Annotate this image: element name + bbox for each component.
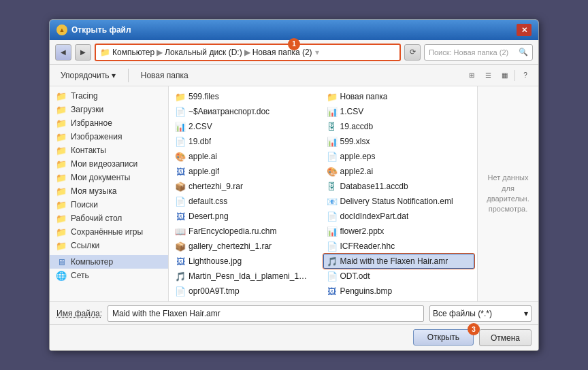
file-item[interactable]: 📄apple.eps bbox=[323, 149, 475, 164]
file-item[interactable]: 📄ODT.odt bbox=[323, 269, 475, 284]
search-icon[interactable]: 🔍 bbox=[519, 48, 528, 56]
filetype-dropdown-arrow: ▾ bbox=[524, 309, 528, 318]
sidebar-item-music[interactable]: 📁 Моя музыка bbox=[50, 184, 168, 198]
file-item[interactable]: 📊2.CSV bbox=[172, 119, 323, 134]
file-item[interactable]: 📄ICFReader.hhc bbox=[323, 239, 475, 254]
sidebar-label: Мои документы bbox=[71, 173, 130, 182]
view-icons-group: ⊞ ☰ ▦ ? bbox=[464, 68, 533, 83]
file-type-icon: 📊 bbox=[327, 226, 338, 237]
file-item[interactable]: 🗄Database11.accdb bbox=[323, 179, 475, 194]
file-item[interactable]: 🖼Lighthouse.jpg bbox=[172, 254, 323, 269]
file-name: docIdIndexPart.dat bbox=[340, 212, 409, 221]
file-type-icon: 📄 bbox=[327, 211, 338, 222]
file-item[interactable]: 📦chertezhi_9.rar bbox=[172, 179, 323, 194]
sidebar-item-searches[interactable]: 📁 Поиски bbox=[50, 198, 168, 212]
folder-icon: 📁 bbox=[55, 173, 67, 182]
file-item[interactable]: 🎵Martin_Pesn_Ida_i_plameni_1_Igra_p... bbox=[172, 269, 323, 284]
file-item[interactable]: 📄opr00A9T.tmp bbox=[172, 284, 323, 299]
preview-pane: Нет данных для дварительн. просмотра. bbox=[477, 86, 538, 301]
file-type-icon: 🎨 bbox=[175, 151, 186, 162]
file-item[interactable]: 📊599.xlsx bbox=[323, 134, 475, 149]
sidebar-item-tracing[interactable]: 📁 Tracing bbox=[50, 89, 168, 103]
file-name: gallery_chertezhi_1.rar bbox=[189, 241, 272, 251]
folder-icon: 📁 bbox=[55, 159, 67, 169]
sidebar-item-savedgames[interactable]: 📁 Сохранённые игры bbox=[50, 225, 168, 239]
file-item[interactable]: 🖼Penguins.bmp bbox=[323, 284, 475, 299]
file-item[interactable]: 📁Новая папка bbox=[323, 89, 475, 104]
sidebar-item-videos[interactable]: 📁 Мои видеозаписи bbox=[50, 157, 168, 171]
view-grid-button[interactable]: ⊞ bbox=[464, 68, 479, 83]
sidebar-item-favorites[interactable]: 📁 Избранное bbox=[50, 116, 168, 130]
file-type-icon: 📦 bbox=[175, 181, 186, 192]
computer-icon: 🖥 bbox=[55, 257, 67, 267]
file-type-icon: 📦 bbox=[175, 241, 186, 252]
view-sep bbox=[514, 70, 515, 81]
organize-button[interactable]: Упорядочить ▾ bbox=[55, 69, 121, 82]
breadcrumb-computer: Компьютер bbox=[112, 48, 154, 57]
filetype-select[interactable]: Все файлы (*.*) ▾ bbox=[429, 305, 532, 322]
sidebar-label: Сохранённые игры bbox=[71, 227, 143, 237]
file-item[interactable]: 📦gallery_chertezhi_1.rar bbox=[172, 239, 323, 254]
file-item[interactable]: 📁599.files bbox=[172, 89, 323, 104]
file-item[interactable]: 📄~$Авиатранспорт.doc bbox=[172, 104, 323, 119]
sidebar-item-images[interactable]: 📁 Изображения bbox=[50, 130, 168, 144]
toolbar-separator bbox=[128, 69, 129, 82]
file-type-icon: 🖼 bbox=[175, 166, 186, 177]
file-item[interactable]: 📧Delivery Status Notification.eml bbox=[323, 194, 475, 209]
folder-icon: 📁 bbox=[55, 186, 67, 196]
sidebar-label: Поиски bbox=[71, 200, 98, 209]
file-item[interactable]: 📄docIdIndexPart.dat bbox=[323, 209, 475, 224]
back-button[interactable]: ◀ bbox=[55, 44, 71, 61]
preview-text: Нет данных для дварительн. просмотра. bbox=[483, 173, 533, 215]
sidebar-item-computer[interactable]: 🖥 Компьютер bbox=[50, 255, 168, 269]
file-type-icon: 🖼 bbox=[175, 256, 186, 267]
file-item[interactable]: 🎨apple.ai bbox=[172, 149, 323, 164]
close-button[interactable]: ✕ bbox=[517, 24, 532, 36]
file-name: apple.gif bbox=[189, 167, 219, 176]
open-badge: 3 bbox=[468, 323, 480, 335]
sidebar-item-downloads[interactable]: 📁 Загрузки bbox=[50, 103, 168, 116]
sidebar-label: Контакты bbox=[71, 146, 106, 155]
file-item[interactable]: 📊flower2.pptx bbox=[323, 224, 475, 239]
address-path[interactable]: 📁 Компьютер ▶ Локальный диск (D:) ▶ Нова… bbox=[95, 44, 401, 61]
sidebar: 📁 Tracing 📁 Загрузки 📁 Избранное 📁 Изобр… bbox=[50, 86, 169, 301]
title-bar-left: ▲ Открыть файл bbox=[56, 24, 131, 35]
file-type-icon: 📄 bbox=[327, 241, 338, 252]
dialog-icon: ▲ bbox=[56, 24, 67, 35]
file-type-icon: 📊 bbox=[327, 106, 338, 117]
sidebar-item-documents[interactable]: 📁 Мои документы bbox=[50, 171, 168, 184]
forward-button[interactable]: ▶ bbox=[75, 44, 91, 61]
file-item[interactable]: 🎵Maid with the Flaxen Hair.amr bbox=[323, 254, 475, 269]
file-item[interactable]: 🗄19.accdb bbox=[323, 119, 475, 134]
file-item[interactable]: 📄default.css bbox=[172, 194, 323, 209]
sidebar-item-links[interactable]: 📁 Ссылки bbox=[50, 239, 168, 252]
folder-icon: 📁 bbox=[55, 227, 67, 237]
filename-input[interactable] bbox=[108, 305, 424, 322]
file-name: Lighthouse.jpg bbox=[189, 256, 242, 266]
sidebar-label: Изображения bbox=[71, 132, 122, 141]
file-list: 📁599.files📁Новая папка📄~$Авиатранспорт.d… bbox=[169, 86, 477, 301]
file-type-icon: 📄 bbox=[327, 271, 338, 282]
refresh-button[interactable]: ⟳ bbox=[404, 44, 421, 61]
file-item[interactable]: 📖FarEncyclopedia.ru.chm bbox=[172, 224, 323, 239]
file-name: Новая папка bbox=[340, 92, 388, 101]
filename-bar: Имя файла: Все файлы (*.*) ▾ bbox=[50, 301, 538, 324]
help-button[interactable]: ? bbox=[518, 68, 533, 83]
toolbar: Упорядочить ▾ Новая папка ⊞ ☰ ▦ ? bbox=[50, 65, 538, 86]
file-item[interactable]: 📄19.dbf bbox=[172, 134, 323, 149]
sidebar-item-network[interactable]: 🌐 Сеть bbox=[50, 269, 168, 282]
search-box[interactable]: Поиск: Новая папка (2) 🔍 bbox=[424, 44, 533, 61]
cancel-button[interactable]: Отмена bbox=[479, 329, 532, 346]
sidebar-item-contacts[interactable]: 📁 Контакты bbox=[50, 144, 168, 157]
file-type-icon: 📄 bbox=[175, 136, 186, 147]
sidebar-item-desktop[interactable]: 📁 Рабочий стол bbox=[50, 212, 168, 225]
open-button[interactable]: Открыть bbox=[413, 329, 474, 346]
new-folder-button[interactable]: Новая папка bbox=[135, 69, 194, 82]
file-item[interactable]: 🎨apple2.ai bbox=[323, 164, 475, 179]
preview-pane-button[interactable]: ▦ bbox=[497, 68, 512, 83]
file-item[interactable]: 🖼apple.gif bbox=[172, 164, 323, 179]
view-list-button[interactable]: ☰ bbox=[480, 68, 495, 83]
breadcrumb-drive: Локальный диск (D:) bbox=[165, 48, 242, 57]
file-item[interactable]: 🖼Desert.png bbox=[172, 209, 323, 224]
file-item[interactable]: 📊1.CSV bbox=[323, 104, 475, 119]
